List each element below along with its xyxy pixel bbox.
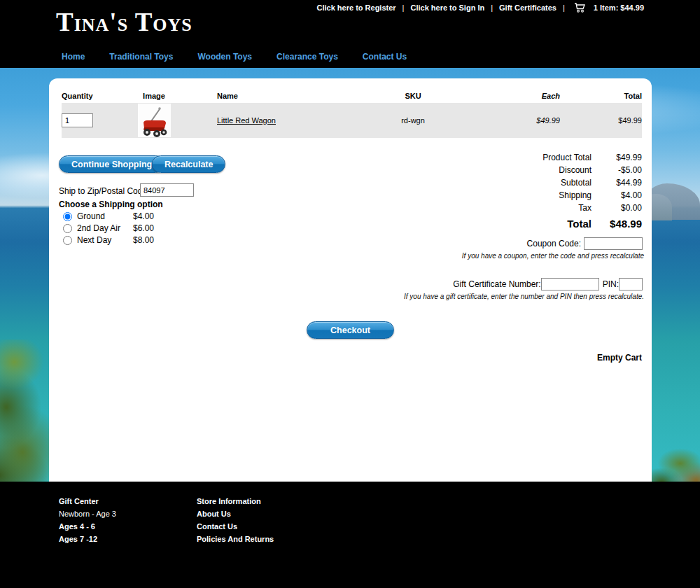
nav-item-clearance-toys[interactable]: Clearance Toys — [276, 52, 338, 62]
totals-row-grand-total: Total $48.99 — [500, 216, 642, 231]
totals-value: $4.00 — [592, 190, 642, 200]
totals-label: Shipping — [500, 190, 592, 200]
cart-table: Quantity Image Name SKU Each Total — [49, 88, 652, 138]
header-each: Each — [476, 92, 560, 100]
shipping-option-label: Ground — [77, 211, 105, 221]
main-navigation: Home Traditional Toys Wooden Toys Cleara… — [62, 52, 407, 62]
shipping-option-ground: Ground $4.00 — [63, 211, 105, 221]
totals-row-shipping: Shipping $4.00 — [500, 189, 642, 202]
grand-total-value: $48.99 — [592, 218, 642, 230]
zip-input[interactable] — [140, 183, 194, 197]
footer-column-gift-center: Gift Center Newborn - Age 3 Ages 4 - 6 A… — [59, 497, 116, 543]
pin-input[interactable] — [619, 278, 643, 290]
header-quantity: Quantity — [62, 92, 126, 100]
coupon-input[interactable] — [584, 237, 643, 250]
shipping-options-heading: Choose a Shipping option — [59, 200, 163, 209]
gift-certificate-note: If you have a gift certificate, enter th… — [404, 293, 644, 300]
nav-item-traditional-toys[interactable]: Traditional Toys — [109, 52, 173, 62]
shipping-option-next-day: Next Day $8.00 — [63, 235, 111, 245]
product-name-link[interactable]: Little Red Wagon — [217, 116, 276, 125]
nav-item-contact-us[interactable]: Contact Us — [363, 52, 407, 62]
shipping-option-label: 2nd Day Air — [77, 223, 120, 233]
recalculate-button[interactable]: Recalculate — [152, 155, 225, 173]
empty-cart-link[interactable]: Empty Cart — [597, 353, 642, 363]
footer-link-newborn-age-3[interactable]: Newborn - Age 3 — [59, 510, 116, 518]
shipping-radio-1[interactable] — [63, 224, 72, 233]
register-link[interactable]: Click here to Register — [317, 4, 396, 12]
pin-label: PIN: — [603, 279, 619, 289]
topbar: Click here to Register | Click here to S… — [317, 3, 645, 13]
footer-heading: Gift Center — [59, 497, 116, 505]
shipping-option-price: $8.00 — [133, 235, 154, 245]
item-total-price: $49.99 — [560, 116, 642, 125]
item-sku: rd-wgn — [350, 116, 476, 125]
separator: | — [491, 4, 493, 12]
coupon-label: Coupon Code: — [527, 239, 581, 248]
checkout-button[interactable]: Checkout — [307, 321, 394, 339]
totals-value: $44.99 — [592, 178, 642, 188]
cart-summary[interactable]: 1 Item: $44.99 — [594, 4, 644, 12]
cart-panel: Quantity Image Name SKU Each Total — [49, 78, 652, 482]
header-image: Image — [126, 92, 182, 100]
order-totals: Product Total $49.99 Discount -$5.00 Sub… — [500, 151, 642, 231]
footer-column-store-information: Store Information About Us Contact Us Po… — [197, 497, 274, 543]
quantity-input[interactable] — [62, 113, 93, 127]
footer-link-ages-4-6[interactable]: Ages 4 - 6 — [59, 522, 116, 531]
footer-link-about-us[interactable]: About Us — [197, 510, 274, 518]
shipping-option-label: Next Day — [77, 235, 111, 245]
header-name: Name — [182, 92, 350, 100]
totals-label: Product Total — [500, 153, 592, 162]
shipping-option-price: $4.00 — [133, 211, 154, 221]
totals-row-product-total: Product Total $49.99 — [500, 151, 642, 164]
site-footer: Gift Center Newborn - Age 3 Ages 4 - 6 A… — [0, 482, 700, 588]
shipping-radio-2[interactable] — [63, 236, 72, 245]
separator: | — [563, 4, 565, 12]
gift-certificate-input[interactable] — [541, 278, 599, 290]
store-logo[interactable]: Tina's Toys — [56, 7, 192, 37]
coupon-row: Coupon Code: — [527, 237, 643, 250]
continue-shopping-button[interactable]: Continue Shopping — [59, 155, 164, 173]
shipping-option-price: $6.00 — [133, 223, 154, 233]
zip-label: Ship to Zip/Postal Code — [59, 186, 147, 196]
gift-certificate-row: Gift Certificate Number: PIN: — [453, 278, 643, 290]
site-header: Click here to Register | Click here to S… — [0, 0, 700, 68]
totals-value: $0.00 — [592, 203, 642, 213]
totals-value: -$5.00 — [592, 165, 642, 175]
product-image-red-wagon[interactable] — [138, 104, 171, 137]
cart-table-header: Quantity Image Name SKU Each Total — [62, 88, 642, 103]
gift-certificates-link[interactable]: Gift Certificates — [499, 4, 556, 12]
gift-certificate-label: Gift Certificate Number: — [453, 279, 540, 289]
separator: | — [402, 4, 405, 12]
header-sku: SKU — [350, 92, 476, 100]
totals-row-tax: Tax $0.00 — [500, 202, 642, 214]
nav-item-home[interactable]: Home — [62, 52, 85, 62]
grand-total-label: Total — [500, 218, 592, 230]
shipping-radio-0[interactable] — [63, 212, 72, 221]
totals-row-subtotal: Subtotal $44.99 — [500, 176, 642, 189]
totals-row-discount: Discount -$5.00 — [500, 164, 642, 176]
footer-heading: Store Information — [197, 497, 274, 505]
shipping-option-2nd-day-air: 2nd Day Air $6.00 — [63, 223, 120, 233]
totals-label: Discount — [500, 165, 592, 175]
signin-link[interactable]: Click here to Sign In — [410, 4, 484, 12]
footer-link-ages-7-12[interactable]: Ages 7 -12 — [59, 535, 116, 543]
nav-item-wooden-toys[interactable]: Wooden Toys — [197, 52, 252, 62]
item-each-price: $49.99 — [476, 116, 560, 125]
totals-value: $49.99 — [592, 153, 642, 162]
cart-icon[interactable] — [574, 3, 586, 14]
coupon-note: If you have a coupon, enter the code and… — [462, 252, 644, 260]
totals-label: Tax — [500, 203, 592, 213]
header-total: Total — [560, 92, 642, 100]
totals-label: Subtotal — [500, 178, 592, 188]
footer-link-contact-us[interactable]: Contact Us — [197, 522, 274, 531]
cart-item-row: Little Red Wagon rd-wgn $49.99 $49.99 — [62, 103, 642, 138]
footer-link-policies-and-returns[interactable]: Policies And Returns — [197, 535, 274, 543]
